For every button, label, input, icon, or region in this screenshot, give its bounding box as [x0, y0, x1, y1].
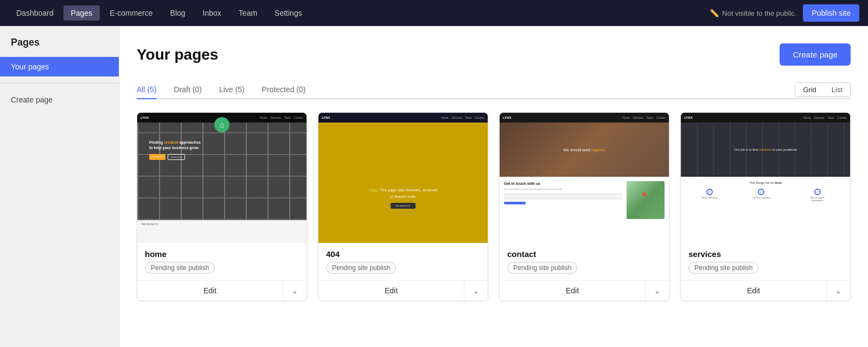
edit-services-button[interactable]: Edit: [681, 281, 826, 300]
edit-contact-dropdown-button[interactable]: ⌄: [645, 281, 669, 300]
card-actions-404: Edit ⌄: [318, 280, 488, 300]
nav-ecommerce[interactable]: E-commerce: [102, 5, 160, 21]
sidebar: Pages Your pages Create page: [0, 26, 119, 347]
create-page-button[interactable]: Create page: [780, 43, 851, 66]
nav-dashboard[interactable]: Dashboard: [9, 5, 61, 21]
card-name-services: services: [688, 249, 843, 259]
chevron-down-icon: ⌄: [654, 287, 660, 295]
preview-logo: LYNX: [141, 116, 149, 119]
preview-contact-map: [627, 181, 665, 219]
nav-pages[interactable]: Pages: [63, 5, 100, 21]
view-toggle: Grid List: [795, 82, 851, 97]
edit-services-dropdown-button[interactable]: ⌄: [826, 281, 850, 300]
card-info-home: home Pending site publish: [137, 243, 307, 280]
pages-grid: LYNX Home Services Team Contact Finding …: [137, 112, 851, 301]
edit-contact-button[interactable]: Edit: [500, 281, 645, 300]
page-card-contact: LYNX Home Services Team Contact We shoul…: [499, 112, 669, 301]
card-actions-services: Edit ⌄: [681, 280, 850, 300]
pencil-icon: ✏️: [710, 9, 719, 17]
page-preview-services: LYNX Home Services Team Contact Our job …: [681, 113, 850, 243]
card-actions-contact: Edit ⌄: [500, 280, 669, 300]
preview-services-icon-1: ✓ Email marketing: [701, 189, 717, 202]
nav-inbox[interactable]: Inbox: [195, 5, 229, 21]
preview-home-bottom: Set the bar in: [137, 220, 307, 228]
tab-live[interactable]: Live (5): [219, 81, 245, 99]
not-visible-notice: ✏️ Not visible to the public.: [710, 9, 796, 17]
card-name-home: home: [145, 249, 299, 259]
sidebar-divider: [0, 83, 119, 83]
preview-contact-headline: We should work together: [563, 148, 605, 152]
preview-services-icon-3: ✓ Search Engine Optimisation: [806, 189, 829, 202]
preview-nav-links: Home Services Team Contact: [260, 116, 303, 119]
card-info-404: 404 Pending site publish: [318, 243, 488, 280]
preview-home-headline: Finding creative approaches to help your…: [149, 140, 203, 151]
main-content: Your pages Create page All (5) Draft (0)…: [119, 26, 868, 347]
sidebar-item-your-pages[interactable]: Your pages: [0, 57, 119, 76]
preview-services-brand: LYNX: [684, 116, 692, 119]
card-info-services: services Pending site publish: [681, 243, 850, 280]
page-preview-home: LYNX Home Services Team Contact Finding …: [137, 113, 307, 243]
preview-404-nav: LYNX Home Services Team Contact: [318, 113, 488, 123]
page-card-services: LYNX Home Services Team Contact Our job …: [680, 112, 851, 301]
page-preview-404: LYNX Home Services Team Contact 404 Oops…: [318, 113, 488, 243]
preview-404-text: Oops! This page was removed, renamed or …: [368, 187, 438, 200]
page-card-404: LYNX Home Services Team Contact 404 Oops…: [318, 112, 488, 301]
chevron-down-icon: ⌄: [473, 287, 479, 295]
tabs-bar: All (5) Draft (0) Live (5) Protected (0)…: [137, 81, 851, 99]
page-card-home: LYNX Home Services Team Contact Finding …: [137, 112, 307, 301]
chevron-down-icon: ⌄: [835, 287, 841, 295]
edit-404-button[interactable]: Edit: [318, 281, 464, 300]
page-layout: Pages Your pages Create page Your pages …: [0, 26, 868, 347]
nav-team[interactable]: Team: [231, 5, 265, 21]
tab-protected[interactable]: Protected (0): [262, 81, 306, 99]
page-preview-contact: LYNX Home Services Team Contact We shoul…: [500, 113, 669, 243]
preview-services-sub: The things we do best: [685, 181, 846, 184]
card-status-home: Pending site publish: [145, 262, 215, 274]
card-status-contact: Pending site publish: [507, 262, 577, 274]
preview-404-number: 404: [380, 157, 427, 185]
nav-blog[interactable]: Blog: [163, 5, 193, 21]
card-info-contact: contact Pending site publish: [500, 243, 669, 280]
card-status-404: Pending site publish: [326, 262, 396, 274]
list-view-button[interactable]: List: [824, 83, 850, 97]
page-title: Your pages: [137, 46, 218, 63]
sidebar-title: Pages: [0, 37, 119, 57]
preview-contact-form-sub: Let your reader know how you are going t…: [504, 188, 622, 191]
tab-draft[interactable]: Draft (0): [174, 81, 202, 99]
preview-contact-form-title: Get in touch with us: [504, 181, 622, 186]
card-name-404: 404: [326, 249, 480, 259]
preview-services-icon-2: ✓ Content marketing: [752, 189, 770, 202]
grid-view-button[interactable]: Grid: [795, 83, 824, 97]
edit-home-button[interactable]: Edit: [137, 281, 283, 300]
card-name-contact: contact: [507, 249, 661, 259]
nav-settings[interactable]: Settings: [267, 5, 310, 21]
tab-all[interactable]: All (5): [137, 81, 157, 99]
main-header: Your pages Create page: [137, 43, 851, 66]
edit-home-dropdown-button[interactable]: ⌄: [283, 281, 307, 300]
top-navigation: Dashboard Pages E-commerce Blog Inbox Te…: [0, 0, 868, 26]
card-actions-home: Edit ⌄: [137, 280, 307, 300]
edit-404-dropdown-button[interactable]: ⌄: [464, 281, 488, 300]
preview-services-headline: Our job is to find solutions to your pro…: [734, 147, 796, 152]
publish-site-button[interactable]: Publish site: [803, 4, 859, 22]
chevron-down-icon: ⌄: [292, 287, 298, 295]
preview-contact-brand: LYNX: [503, 116, 511, 119]
sidebar-item-create-page[interactable]: Create page: [0, 90, 119, 110]
card-status-services: Pending site publish: [688, 262, 758, 274]
